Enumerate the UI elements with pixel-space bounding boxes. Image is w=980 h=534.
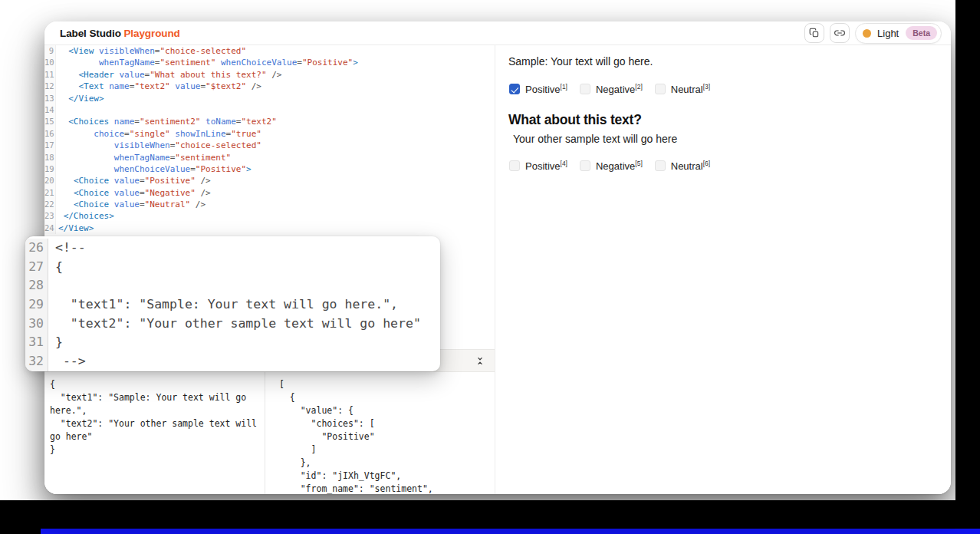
choice-option-negative[interactable]: Negative[5] (580, 160, 643, 172)
choice-hotkey-sup: [5] (635, 160, 642, 167)
theme-dot-icon (863, 29, 871, 38)
code-text: } (48, 333, 63, 352)
json-line: ] (279, 443, 495, 457)
code-text: whenChoiceValue="Positive"> (56, 163, 252, 175)
json-line: "choices": [ (279, 417, 495, 430)
choice-label: Negative[5] (596, 160, 643, 172)
code-text (56, 104, 58, 116)
popup-code-line: 29 "text1": "Sample: Your text will go h… (25, 295, 440, 315)
sample-text-2: Your other sample text will go here (513, 133, 677, 145)
code-line[interactable]: 14 (44, 104, 495, 116)
app-title-name: Label Studio (60, 28, 121, 39)
checkbox-unchecked[interactable] (509, 160, 520, 171)
code-line[interactable]: 11 <Header value="What about this text?"… (44, 69, 495, 81)
code-text: <Choice value="Neutral" /> (56, 199, 206, 210)
code-line[interactable]: 15 <Choices name="sentiment2" toName="te… (44, 116, 495, 127)
beta-badge: Beta (906, 26, 937, 40)
checkbox-checked[interactable] (509, 84, 520, 94)
label-preview-pane: Sample: Your text will go here. Positive… (495, 45, 951, 494)
line-number: 27 (25, 258, 48, 277)
code-line[interactable]: 10 whenTagName="sentiment" whenChoiceVal… (44, 57, 495, 68)
choice-option-negative[interactable]: Negative[2] (580, 83, 643, 95)
line-number: 22 (44, 199, 56, 210)
choice-label: Neutral[6] (671, 160, 710, 172)
popup-code-line: 32 --> (25, 352, 440, 371)
code-text: </Choices> (56, 210, 114, 222)
choice-label: Neutral[3] (671, 83, 710, 95)
checkbox-unchecked[interactable] (580, 84, 590, 94)
line-number: 19 (44, 163, 56, 175)
code-text: visibleWhen="choice-selected" (56, 140, 261, 151)
code-line[interactable]: 23 </Choices> (44, 210, 495, 222)
line-number: 21 (44, 187, 56, 199)
titlebar: Label Studio Playground Light Bet (44, 21, 951, 45)
checkbox-unchecked[interactable] (655, 160, 666, 171)
code-line[interactable]: 19 whenChoiceValue="Positive"> (44, 163, 495, 175)
screen-edge-artifact-blue (41, 529, 980, 534)
code-text: "text2": "Your other sample text will go… (48, 315, 421, 334)
titlebar-actions: Light Beta (804, 23, 942, 44)
checkbox-unchecked[interactable] (655, 84, 666, 94)
choice-option-neutral[interactable]: Neutral[3] (655, 83, 710, 95)
code-text: --> (48, 352, 86, 371)
json-line: { (279, 391, 495, 404)
code-text: <View visibleWhen="choice-selected" (56, 45, 246, 57)
choice-option-neutral[interactable]: Neutral[6] (655, 160, 710, 172)
json-line: }, (279, 457, 495, 470)
checkbox-unchecked[interactable] (580, 160, 590, 171)
share-link-button[interactable] (830, 23, 850, 43)
code-line[interactable]: 21 <Choice value="Negative" /> (44, 187, 495, 199)
choice-hotkey-sup: [3] (703, 83, 710, 91)
line-number: 32 (25, 352, 48, 371)
collapse-panel-button[interactable] (474, 354, 486, 367)
json-line: { (50, 378, 260, 391)
popup-code-line: 28 (25, 276, 440, 295)
code-text: whenTagName="sentiment" whenChoiceValue=… (56, 57, 358, 68)
choice-label: Positive[1] (525, 83, 567, 95)
code-line[interactable]: 20 <Choice value="Positive" /> (44, 175, 495, 186)
code-line[interactable]: 12 <Text name="text2" value="$text2" /> (44, 81, 495, 92)
popup-code-line: 26<!-- (25, 239, 440, 258)
link-icon (834, 28, 845, 38)
json-line: "text2": "Your other sample text will (50, 417, 260, 430)
line-number: 17 (44, 140, 56, 151)
code-line[interactable]: 9 <View visibleWhen="choice-selected" (44, 45, 495, 57)
line-number: 18 (44, 152, 56, 163)
code-text: <Choices name="sentiment2" toName="text2… (56, 116, 277, 127)
input-data-panel[interactable]: { "text1": "Sample: Your text will goher… (44, 372, 265, 494)
code-text: whenTagName="sentiment" (56, 152, 231, 163)
choice-option-positive[interactable]: Positive[1] (509, 83, 567, 95)
choice-hotkey-sup: [4] (561, 160, 567, 167)
annotation-result-panel[interactable]: [ { "value": { "choices": [ "Positive" ]… (265, 372, 495, 494)
line-number: 15 (44, 116, 56, 127)
choice-option-positive[interactable]: Positive[4] (509, 160, 567, 172)
code-text: <Choice value="Positive" /> (56, 175, 211, 186)
code-text: <Header value="What about this text?" /> (56, 69, 281, 81)
choice-label: Positive[4] (525, 160, 567, 172)
json-line: go here" (50, 430, 260, 443)
line-number: 24 (44, 222, 56, 234)
json-line: "id": "jIXh_VtgFC", (279, 470, 495, 483)
code-line[interactable]: 13 </View> (44, 93, 495, 104)
theme-label: Light (877, 28, 899, 39)
code-line[interactable]: 18 whenTagName="sentiment" (44, 152, 495, 163)
code-line[interactable]: 24</View> (44, 222, 495, 234)
choice-hotkey-sup: [2] (635, 83, 642, 91)
line-number: 9 (44, 45, 56, 57)
json-line: [ (279, 378, 495, 391)
code-line[interactable]: 17 visibleWhen="choice-selected" (44, 140, 495, 151)
choice-hotkey-sup: [1] (561, 83, 567, 91)
copy-config-button[interactable] (804, 23, 824, 43)
json-line: here.", (50, 404, 260, 417)
collapse-panel-icon (475, 356, 485, 366)
question-header: What about this text? (508, 112, 642, 128)
json-line: "from_name": "sentiment", (279, 483, 495, 494)
code-line[interactable]: 16 choice="single" showInLine="true" (44, 128, 495, 140)
json-line: "Positive" (279, 430, 495, 443)
app-title-playground: Playground (123, 28, 179, 39)
theme-toggle[interactable]: Light Beta (855, 23, 942, 44)
code-text: </View> (56, 222, 94, 234)
screen-edge-artifact-right (955, 0, 980, 534)
line-number: 12 (44, 81, 56, 92)
code-line[interactable]: 22 <Choice value="Neutral" /> (44, 199, 495, 210)
